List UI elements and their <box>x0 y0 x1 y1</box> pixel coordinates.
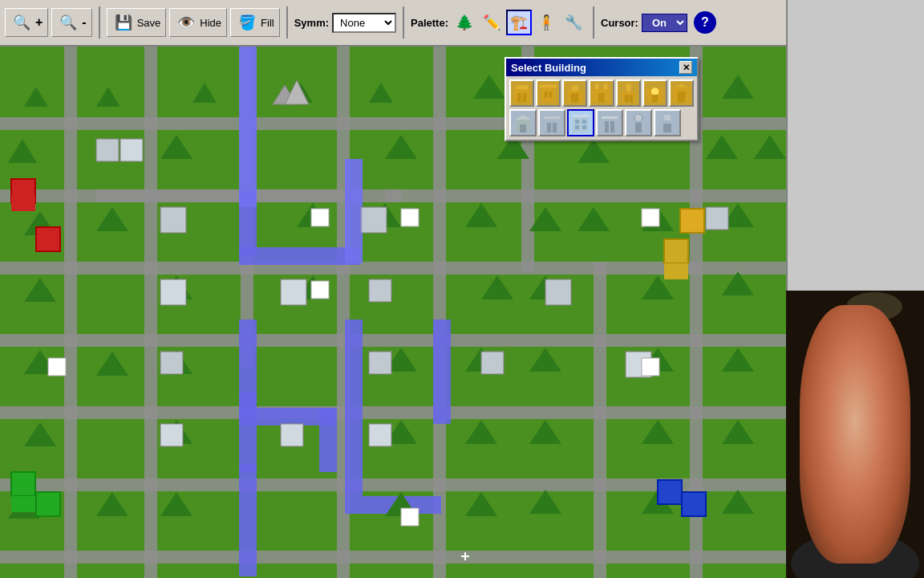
zoom-out-icon: 🔍 <box>57 11 79 34</box>
svg-rect-161 <box>575 125 579 129</box>
building-row-2 <box>509 109 694 136</box>
svg-rect-93 <box>160 352 183 374</box>
save-button[interactable]: 💾 Save <box>107 8 167 37</box>
building-cell-8[interactable] <box>509 109 537 136</box>
svg-rect-152 <box>520 124 526 132</box>
svg-rect-149 <box>678 92 686 103</box>
symm-select[interactable]: None Horizontal Vertical Both <box>332 13 396 33</box>
building-cell-5[interactable] <box>616 79 641 107</box>
svg-rect-20 <box>239 247 359 265</box>
palette-tool-icon[interactable]: 🔧 <box>561 10 586 35</box>
svg-rect-29 <box>433 320 451 424</box>
svg-rect-104 <box>401 209 419 226</box>
svg-rect-125 <box>514 88 529 102</box>
divider-4 <box>593 6 594 39</box>
building-cell-4[interactable] <box>589 79 614 107</box>
hide-icon: 👁️ <box>175 11 197 34</box>
palette-terrain-icon[interactable]: 🌲 <box>452 10 477 35</box>
dialog-close-button[interactable]: ✕ <box>679 61 692 74</box>
palette-unit-icon[interactable]: 🧍 <box>533 10 559 35</box>
svg-rect-10 <box>64 47 77 578</box>
svg-rect-165 <box>610 121 614 132</box>
svg-rect-143 <box>629 95 633 103</box>
svg-rect-126 <box>517 93 521 103</box>
svg-point-176 <box>805 347 905 411</box>
svg-rect-163 <box>602 118 618 132</box>
palette-label: Palette: <box>411 17 448 29</box>
building-cell-12[interactable] <box>625 109 652 136</box>
svg-rect-113 <box>11 472 35 496</box>
building-cell-6[interactable] <box>642 79 667 107</box>
hide-label: Hide <box>200 17 221 29</box>
svg-rect-9 <box>0 551 786 564</box>
svg-point-168 <box>634 114 642 122</box>
building-cell-11[interactable] <box>596 109 623 136</box>
svg-rect-132 <box>540 84 557 88</box>
svg-rect-100 <box>545 279 571 305</box>
cursor-label: Cursor: <box>601 17 638 29</box>
svg-rect-162 <box>582 125 586 129</box>
building-cell-10[interactable] <box>567 109 594 136</box>
zoom-out-button[interactable]: 🔍 - <box>51 8 91 37</box>
svg-rect-109 <box>401 508 419 526</box>
zoom-in-icon: 🔍 <box>10 11 33 34</box>
building-cell-3[interactable] <box>562 79 587 107</box>
svg-rect-130 <box>545 92 548 98</box>
help-label: ? <box>701 15 709 30</box>
toolbar: 🔍 + 🔍 - 💾 Save 👁️ Hide 🪣 Fil <box>0 0 786 47</box>
svg-rect-115 <box>36 492 60 516</box>
dialog-content <box>506 76 697 140</box>
svg-rect-139 <box>598 93 605 103</box>
svg-rect-99 <box>481 352 504 374</box>
svg-rect-11 <box>144 47 157 578</box>
fill-label: Fill <box>261 17 274 29</box>
svg-point-174 <box>846 292 902 321</box>
svg-point-179 <box>860 407 882 423</box>
svg-rect-142 <box>624 95 628 103</box>
svg-rect-158 <box>573 115 589 117</box>
svg-rect-120 <box>680 209 704 233</box>
palette-icons: 🌲 ✏️ 🏗️ 🧍 🔧 <box>452 10 586 35</box>
svg-rect-169 <box>635 123 642 132</box>
svg-rect-5 <box>0 406 786 419</box>
svg-rect-153 <box>544 118 560 132</box>
svg-rect-164 <box>605 121 609 132</box>
svg-rect-118 <box>658 480 682 504</box>
svg-rect-105 <box>48 358 66 376</box>
building-cell-1[interactable] <box>509 79 534 107</box>
svg-rect-107 <box>642 209 659 226</box>
svg-rect-182 <box>834 475 876 515</box>
svg-rect-88 <box>120 139 143 161</box>
webcam <box>786 291 924 578</box>
svg-point-145 <box>650 88 659 96</box>
svg-point-178 <box>828 407 850 423</box>
building-cell-7[interactable] <box>669 79 694 107</box>
svg-rect-129 <box>541 87 555 102</box>
hide-button[interactable]: 👁️ Hide <box>169 8 227 37</box>
svg-rect-103 <box>311 209 329 226</box>
svg-rect-91 <box>160 279 186 305</box>
svg-rect-23 <box>239 392 257 472</box>
map-area[interactable]: Select Building ✕ <box>0 47 786 578</box>
svg-rect-119 <box>682 492 706 516</box>
dialog-title: Select Building <box>511 62 586 74</box>
building-cell-13[interactable] <box>654 109 681 136</box>
svg-rect-172 <box>663 124 671 132</box>
divider-3 <box>403 6 404 39</box>
help-button[interactable]: ? <box>694 11 716 34</box>
svg-marker-148 <box>675 83 688 87</box>
zoom-in-button[interactable]: 🔍 + <box>5 8 48 37</box>
svg-rect-7 <box>96 189 337 202</box>
palette-pencil-icon[interactable]: ✏️ <box>479 10 505 35</box>
palette-building-icon[interactable]: 🏗️ <box>506 10 532 35</box>
cursor-select[interactable]: On Off <box>642 14 687 32</box>
building-cell-2[interactable] <box>536 79 561 107</box>
svg-rect-111 <box>11 195 35 211</box>
svg-rect-157 <box>573 116 589 132</box>
divider-2 <box>286 6 288 39</box>
svg-rect-89 <box>160 207 186 233</box>
svg-rect-90 <box>361 207 387 233</box>
fill-button[interactable]: 🪣 Fill <box>230 8 280 37</box>
right-panel <box>786 0 924 578</box>
building-cell-9[interactable] <box>538 109 565 136</box>
